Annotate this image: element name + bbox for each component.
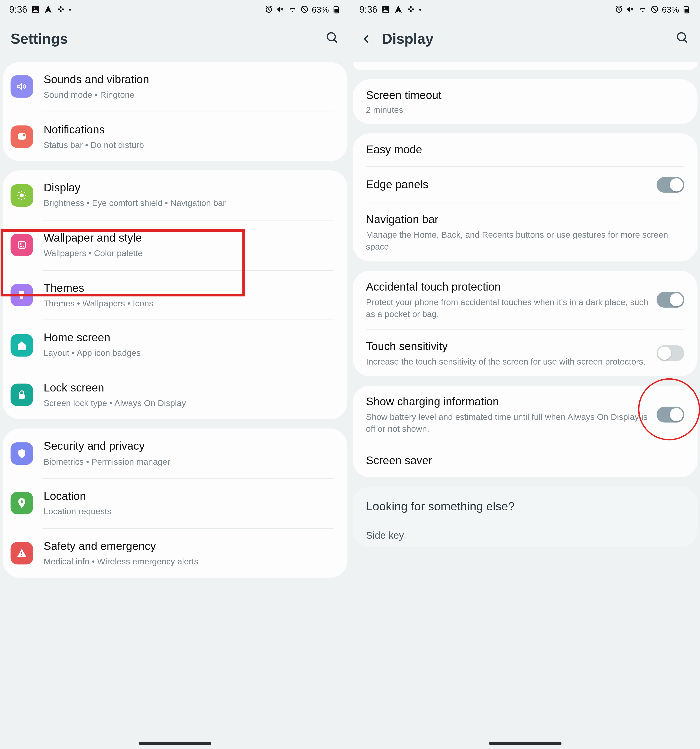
item-title: Security and privacy	[44, 439, 334, 454]
nav-handle[interactable]	[139, 742, 211, 745]
display-section: Show charging information Show battery l…	[353, 386, 698, 478]
settings-group: Display Brightness • Eye comfort shield …	[3, 171, 348, 420]
display-item-navigation-bar[interactable]: Navigation bar Manage the Home, Back, an…	[353, 203, 698, 262]
vibrate-icon	[626, 5, 636, 14]
settings-item-notifications[interactable]: Notifications Status bar • Do not distur…	[3, 112, 348, 161]
settings-item-wallpaper[interactable]: Wallpaper and style Wallpapers • Color p…	[3, 220, 348, 270]
footer-title: Looking for something else?	[366, 500, 684, 514]
item-sub: Protect your phone from accidental touch…	[366, 297, 649, 320]
svg-point-16	[20, 243, 21, 245]
status-time: 9:36	[359, 4, 377, 15]
settings-group: Sounds and vibration Sound mode • Ringto…	[3, 62, 348, 161]
svg-rect-4	[60, 6, 61, 9]
settings-item-lockscreen[interactable]: Lock screen Screen lock type • Always On…	[3, 370, 348, 420]
charging-info-toggle[interactable]	[657, 407, 684, 423]
item-title: Touch sensitivity	[366, 339, 649, 354]
display-section: Screen timeout 2 minutes	[353, 79, 698, 124]
status-bar: 9:36 • 63%	[350, 0, 700, 18]
item-sub: Manage the Home, Back, and Recents butto…	[366, 229, 684, 252]
item-title: Screen timeout	[366, 89, 684, 103]
settings-item-display[interactable]: Display Brightness • Eye comfort shield …	[3, 171, 348, 220]
item-title: Location	[44, 489, 334, 504]
item-title: Wallpaper and style	[44, 231, 334, 246]
search-icon	[675, 30, 689, 45]
looking-for-section: Looking for something else? Side key	[353, 487, 698, 547]
svg-rect-20	[21, 555, 22, 556]
display-item-touch-sensitivity[interactable]: Touch sensitivity Increase the touch sen…	[353, 330, 698, 376]
battery-text: 63%	[312, 5, 329, 14]
search-button[interactable]	[675, 30, 689, 47]
notifications-icon	[11, 125, 33, 148]
item-sub: Layout • App icon badges	[44, 348, 334, 359]
status-time: 9:36	[9, 4, 27, 15]
svg-rect-25	[410, 6, 412, 9]
wallpaper-icon	[11, 234, 33, 256]
item-sub: Wallpapers • Color palette	[44, 248, 334, 259]
battery-icon	[331, 5, 341, 14]
touch-sensitivity-toggle[interactable]	[657, 345, 684, 361]
display-item-accidental-touch[interactable]: Accidental touch protection Protect your…	[353, 271, 698, 329]
svg-rect-3	[61, 9, 64, 10]
svg-rect-26	[410, 10, 412, 12]
display-section: Easy mode Edge panels Navigation bar Man…	[353, 133, 698, 262]
svg-rect-5	[60, 10, 61, 12]
alarm-icon	[614, 5, 623, 14]
display-item-screen-timeout[interactable]: Screen timeout 2 minutes	[353, 79, 698, 124]
svg-rect-9	[335, 6, 337, 6]
display-header: Display	[350, 18, 700, 62]
speaker-icon	[11, 75, 33, 98]
item-title: Easy mode	[366, 143, 684, 157]
item-sub: Sound mode • Ringtone	[44, 89, 334, 101]
chevron-left-icon	[361, 33, 373, 45]
settings-item-homescreen[interactable]: Home screen Layout • App icon badges	[3, 320, 348, 370]
back-button[interactable]	[361, 33, 373, 45]
send-icon	[44, 5, 53, 14]
home-icon	[11, 334, 33, 356]
brightness-icon	[11, 184, 33, 206]
display-item-charging-info[interactable]: Show charging information Show battery l…	[353, 386, 698, 444]
page-title: Settings	[11, 30, 68, 47]
themes-icon	[11, 284, 33, 306]
status-dot: •	[419, 6, 421, 13]
svg-rect-10	[334, 9, 338, 12]
battery-icon	[682, 5, 691, 14]
item-sub: Show battery level and estimated time un…	[366, 411, 649, 435]
image-icon	[381, 5, 391, 14]
svg-rect-2	[58, 9, 60, 10]
accidental-touch-toggle[interactable]	[657, 292, 684, 308]
lock-icon	[11, 384, 33, 406]
blocked-icon	[300, 5, 309, 14]
settings-item-location[interactable]: Location Location requests	[3, 479, 348, 528]
display-item-edge-panels[interactable]: Edge panels	[353, 167, 698, 203]
svg-point-32	[677, 33, 685, 41]
display-section: Accidental touch protection Protect your…	[353, 271, 698, 376]
item-sub: Status bar • Do not disturb	[44, 139, 334, 151]
display-item-easy-mode[interactable]: Easy mode	[353, 133, 698, 167]
wifi-icon	[638, 5, 647, 14]
edge-panels-toggle[interactable]	[657, 177, 684, 193]
settings-item-security[interactable]: Security and privacy Biometrics • Permis…	[3, 429, 348, 478]
vibrate-icon	[276, 5, 285, 14]
item-sub: Screen lock type • Always On Display	[44, 397, 334, 409]
search-icon	[325, 30, 340, 45]
wifi-icon	[288, 5, 297, 14]
footer-link-side-key[interactable]: Side key	[366, 526, 684, 545]
search-button[interactable]	[325, 30, 340, 47]
settings-item-safety[interactable]: Safety and emergency Medical info • Wire…	[3, 529, 348, 578]
svg-point-1	[34, 8, 35, 9]
svg-point-18	[21, 501, 23, 503]
nav-handle[interactable]	[489, 742, 561, 745]
settings-item-sounds[interactable]: Sounds and vibration Sound mode • Ringto…	[3, 62, 348, 111]
status-left-icons: •	[381, 5, 421, 14]
svg-rect-23	[408, 9, 410, 10]
settings-item-themes[interactable]: Themes Themes • Wallpapers • Icons	[3, 271, 348, 320]
item-title: Home screen	[44, 331, 334, 345]
slack-icon	[56, 5, 66, 14]
display-item-screen-saver[interactable]: Screen saver	[353, 445, 698, 478]
item-sub: Biometrics • Permission manager	[44, 456, 334, 468]
svg-rect-17	[19, 394, 25, 399]
alarm-icon	[264, 5, 273, 14]
settings-header: Settings	[0, 18, 350, 62]
send-icon	[394, 5, 403, 14]
blocked-icon	[650, 5, 659, 14]
